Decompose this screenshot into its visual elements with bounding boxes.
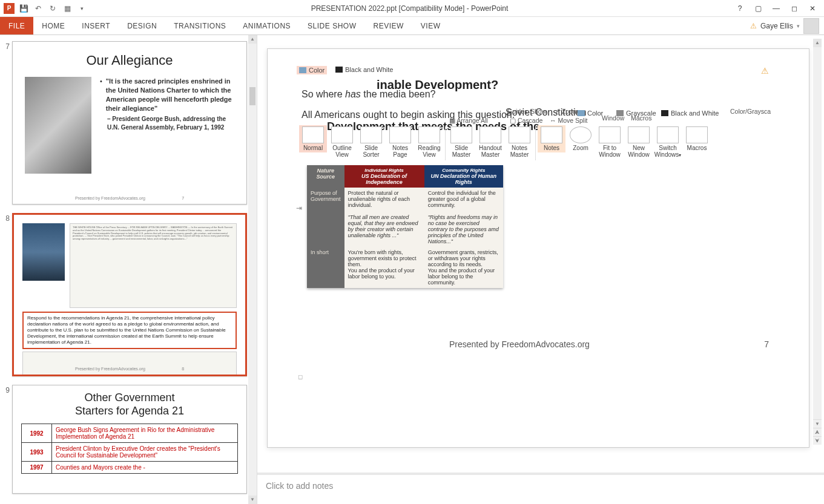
ribbon-tabs: FILE HOME INSERT DESIGN TRANSITIONS ANIM… bbox=[0, 17, 824, 35]
signed-in-user[interactable]: Gaye Ellis bbox=[760, 22, 793, 30]
ghost-show: Show bbox=[530, 108, 546, 115]
view-notesmaster-button[interactable]: Notes Master bbox=[506, 125, 533, 159]
scroll-down-icon[interactable]: ▼ bbox=[248, 496, 257, 504]
view-notespage-button[interactable]: Notes Page bbox=[386, 125, 414, 159]
slide-canvas[interactable]: Color Black and White ⚠ inable Developme… bbox=[267, 48, 809, 448]
next-slide-icon[interactable]: ⮟ bbox=[813, 436, 822, 445]
ghost-guides: Guides bbox=[507, 108, 527, 115]
tab-slideshow[interactable]: SLIDE SHOW bbox=[299, 17, 364, 34]
tab-view[interactable]: VIEW bbox=[412, 17, 449, 34]
view-zoom-button[interactable]: Zoom bbox=[567, 125, 595, 152]
ghost-cascade: ▢ Cascade bbox=[510, 117, 542, 124]
tab-home[interactable]: HOME bbox=[33, 17, 73, 34]
user-menu-chevron-icon[interactable]: ▾ bbox=[797, 23, 800, 29]
view-slidemaster-button[interactable]: Slide Master bbox=[447, 125, 475, 159]
canvas-scrollbar[interactable]: ▲ ▼ ⮝ ⮟ bbox=[813, 39, 822, 445]
slide-footer-text: Presented by FreedomAdvocates.org bbox=[449, 339, 590, 349]
slide-thumbnail-panel: 7 Our Allegiance "It is the sacred princ… bbox=[0, 35, 257, 504]
slide7-title: Our Allegiance bbox=[13, 53, 246, 68]
slide7-attr: – President George Bush, addressing the … bbox=[107, 115, 234, 131]
view-sorter-button[interactable]: Slide Sorter bbox=[357, 125, 385, 159]
slide9-title-b: Starters for Agenda 21 bbox=[75, 405, 184, 417]
app-badge: P bbox=[4, 3, 15, 14]
slide8-document: THE WHITE HOUSE Office of the Press Secr… bbox=[70, 223, 237, 308]
save-icon[interactable]: 💾 bbox=[18, 3, 29, 14]
slide7-footer: Presented by FreedomAdvocates.org bbox=[75, 196, 145, 200]
view-notes-button[interactable]: Notes bbox=[538, 125, 565, 152]
ghost-zoom-label: ↗ Zoom bbox=[555, 108, 578, 115]
redo-icon[interactable]: ↻ bbox=[47, 3, 58, 14]
view-macros-button[interactable]: Macros bbox=[683, 125, 711, 152]
slide7-quote: "It is the sacred principles enshrined i… bbox=[106, 77, 234, 113]
tab-file[interactable]: FILE bbox=[0, 17, 33, 34]
slide8-page: 8 bbox=[182, 367, 184, 371]
comparison-table: Nature Source Individual RightsUS Declar… bbox=[307, 165, 503, 288]
view-ribbon-group: Normal Outline View Slide Sorter Notes P… bbox=[299, 125, 711, 160]
slide-page-number: 7 bbox=[764, 339, 769, 349]
avatar[interactable] bbox=[803, 18, 819, 34]
slide7-photo bbox=[25, 77, 91, 174]
slide8-photo bbox=[22, 223, 65, 281]
view-outline-button[interactable]: Outline View bbox=[328, 125, 356, 159]
thumbnail-slide-8[interactable]: 8 THE WHITE HOUSE Office of the Press Se… bbox=[2, 213, 247, 376]
slide-number: 8 bbox=[2, 213, 12, 376]
thumbnail-slide-7[interactable]: 7 Our Allegiance "It is the sacred princ… bbox=[2, 41, 247, 205]
close-icon[interactable]: ✕ bbox=[805, 2, 820, 15]
start-slideshow-icon[interactable]: ▦ bbox=[62, 3, 73, 14]
scroll-thumb[interactable] bbox=[249, 87, 255, 105]
tab-review[interactable]: REVIEW bbox=[364, 17, 412, 34]
view-fit-button[interactable]: Fit to Window bbox=[596, 125, 624, 159]
window-title: PRESENTATION 2022.ppt [Compatibility Mod… bbox=[87, 4, 732, 13]
scroll-down-icon[interactable]: ▼ bbox=[813, 419, 822, 428]
ghost-arrange: ▦ Arrange All bbox=[449, 117, 488, 124]
ghost-colorgray: Color/Graysca bbox=[730, 108, 771, 115]
ghost-movesplit: ↔ Move Split bbox=[550, 117, 587, 124]
tab-transitions[interactable]: TRANSITIONS bbox=[165, 17, 234, 34]
notes-pane[interactable]: Click to add notes bbox=[257, 473, 824, 504]
scroll-up-icon[interactable]: ▲ bbox=[813, 39, 822, 47]
slide8-lower-doc bbox=[22, 352, 237, 376]
slide8-footer: Presented by FreedomAdvocates.org bbox=[75, 367, 145, 371]
ghost-grayscale: Grayscale bbox=[616, 110, 656, 117]
view-normal-button[interactable]: Normal bbox=[299, 125, 327, 152]
minimize-icon[interactable]: — bbox=[768, 2, 784, 15]
ribbon-display-icon[interactable]: ▢ bbox=[750, 2, 766, 15]
view-switch-button[interactable]: Switch Windows▾ bbox=[654, 125, 682, 159]
thumbnail-slide-9[interactable]: 9 Other GovernmentStarters for Agenda 21… bbox=[2, 385, 247, 494]
slide7-page: 7 bbox=[182, 196, 184, 200]
prev-slide-icon[interactable]: ⮝ bbox=[813, 428, 822, 436]
slide9-title-a: Other Government bbox=[84, 391, 174, 404]
slide8-callout: Respond to the recommendations in Agenda… bbox=[22, 312, 237, 349]
ghost-color2: Color bbox=[578, 110, 603, 117]
maximize-icon[interactable]: ◻ bbox=[786, 2, 802, 15]
notes-placeholder: Click to add notes bbox=[266, 481, 816, 491]
undo-icon[interactable]: ↶ bbox=[33, 3, 44, 14]
placeholder-handle-icon[interactable]: ⇥ bbox=[296, 204, 302, 212]
scroll-up-icon[interactable]: ▲ bbox=[248, 35, 257, 44]
tab-animations[interactable]: ANIMATIONS bbox=[234, 17, 299, 34]
placeholder-corner-icon[interactable]: ◻ bbox=[298, 373, 303, 380]
view-reading-button[interactable]: Reading View bbox=[415, 125, 443, 159]
slide-text-line1: So where has the media been? bbox=[302, 89, 436, 100]
slide9-table: 1992George Bush Signs Agreement in Rio f… bbox=[21, 424, 238, 474]
view-newwindow-button[interactable]: New Window bbox=[625, 125, 653, 159]
slide-number: 9 bbox=[2, 385, 12, 494]
warning-icon: ⚠ bbox=[750, 22, 757, 30]
slide-number: 7 bbox=[2, 41, 12, 205]
view-handoutmaster-button[interactable]: Handout Master bbox=[476, 125, 504, 159]
tab-design[interactable]: DESIGN bbox=[119, 17, 165, 34]
tab-insert[interactable]: INSERT bbox=[73, 17, 119, 34]
ghost-bw2: Black and White bbox=[661, 110, 719, 117]
help-icon[interactable]: ? bbox=[732, 2, 748, 15]
qat-more-icon[interactable]: ▾ bbox=[76, 3, 87, 14]
thumbnail-scrollbar[interactable]: ▲ ▼ bbox=[248, 35, 257, 504]
